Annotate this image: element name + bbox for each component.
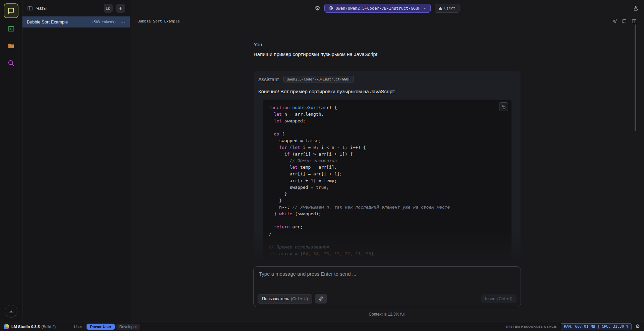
scrollbar-thumb[interactable]: [635, 24, 636, 131]
composer-toolbar: Пользователь (Ctrl + U) Insert (Ctrl + I…: [258, 294, 517, 304]
code-line: arr[i + 1] = temp;: [263, 177, 512, 184]
insert-shortcut: (Ctrl + I): [497, 296, 513, 301]
code-line: let array = [64, 34, 25, 12, 22, 11, 90]…: [263, 251, 512, 257]
search-icon: [7, 59, 15, 67]
paperclip-icon: [319, 296, 324, 301]
assistant-message: Assistant Qwen2.5-Coder-7B-Instruct-GGUF…: [254, 71, 521, 266]
comment-icon[interactable]: [622, 19, 627, 24]
mode-developer[interactable]: Developer: [116, 324, 140, 330]
insert-label: Insert: [485, 296, 495, 301]
code-line: let swapped;: [263, 118, 512, 124]
app-build: (Build 2): [41, 325, 56, 329]
message-column: You Напиши пример сортировки пузырьком н…: [254, 26, 521, 266]
eject-icon: [439, 7, 442, 10]
terminal-icon: [7, 25, 15, 33]
eject-label: Eject: [444, 6, 455, 10]
code-line: [263, 237, 512, 244]
chat-title: Bubble Sort Example: [138, 19, 180, 23]
panel-right-icon[interactable]: [632, 19, 637, 24]
new-chat-button[interactable]: [116, 4, 125, 13]
settings-gear-icon[interactable]: ⚙: [636, 324, 640, 329]
sidebar-header: Чаты: [22, 0, 130, 16]
message-input[interactable]: [258, 270, 517, 294]
new-folder-button[interactable]: [104, 4, 113, 13]
workspace: Чаты Bubble Sort Example (503 tokens): [0, 0, 644, 322]
left-icon-rail: [0, 0, 22, 322]
code-line: do {: [263, 131, 512, 137]
role-toggle-button[interactable]: Пользователь (Ctrl + U): [258, 294, 312, 304]
flask-icon[interactable]: [633, 5, 639, 11]
rail-item-my-models[interactable]: [5, 40, 17, 52]
code-line: if (arr[i] > arr[i + 1]) {: [263, 151, 512, 158]
model-settings-gear-icon[interactable]: ⚙: [315, 5, 320, 11]
rail-item-developer[interactable]: [5, 22, 17, 35]
code-line: } while (swapped);: [263, 211, 512, 217]
context-usage-status: Context is 12.3% full: [130, 307, 644, 322]
copy-icon: [501, 105, 506, 109]
status-bar: LM Studio 0.3.5 (Build 2) User Power Use…: [0, 322, 644, 331]
code-line: swapped = true;: [263, 184, 512, 191]
user-message-text: Напиши пример сортировки пузырьком на Ja…: [254, 51, 521, 57]
code-line: function bubbleSort(arr) {: [263, 104, 512, 111]
top-bar: ⚙ Qwen/Qwen2.5-Coder-7B-Instruct-GGUF Ej…: [130, 0, 644, 16]
copy-code-button[interactable]: [499, 102, 508, 111]
share-icon[interactable]: [612, 19, 617, 24]
resources-label: SYSTEM RESOURCES USAGE:: [506, 325, 558, 328]
plus-icon: [118, 6, 123, 11]
mode-power-user[interactable]: Power User: [87, 324, 114, 330]
code-line: swapped = false;: [263, 137, 512, 144]
sidebar-title: Чаты: [36, 6, 47, 11]
assistant-message-header: Assistant Qwen2.5-Coder-7B-Instruct-GGUF: [258, 76, 516, 82]
attach-file-button[interactable]: [315, 294, 327, 304]
message-composer: Пользователь (Ctrl + U) Insert (Ctrl + I…: [253, 266, 521, 307]
assistant-label: Assistant: [258, 76, 279, 82]
chevron-down-icon: [423, 7, 426, 10]
code-line: arr[i] = arr[i + 1];: [263, 171, 512, 177]
resources-value-badge: RAM: 667.01 MB | CPU: 31.30 %: [561, 323, 631, 330]
code-line: }: [263, 230, 512, 237]
assistant-model-badge: Qwen2.5-Coder-7B-Instruct-GGUF: [283, 76, 354, 82]
code-line: [263, 217, 512, 224]
chat-title-actions: [612, 19, 637, 24]
rail-item-chat[interactable]: [4, 3, 18, 18]
chat-item-token-count: (503 tokens): [92, 20, 116, 24]
new-folder-icon: [106, 6, 111, 11]
download-icon: [8, 308, 14, 314]
role-shortcut: (Ctrl + U): [291, 296, 308, 301]
code-line: [263, 124, 512, 131]
code-line: }: [263, 190, 512, 197]
downloads-button[interactable]: [5, 305, 17, 318]
model-name: Qwen/Qwen2.5-Coder-7B-Instruct-GGUF: [336, 6, 421, 11]
chat-bubble-icon: [7, 7, 15, 14]
code-line: // Пример использования: [263, 244, 512, 251]
model-selector-button[interactable]: Qwen/Qwen2.5-Coder-7B-Instruct-GGUF: [324, 4, 431, 13]
user-message-label: You: [254, 42, 521, 47]
role-label: Пользователь: [262, 296, 289, 301]
chat-title-bar: Bubble Sort Example: [130, 16, 644, 26]
app-version: LM Studio 0.3.5: [11, 325, 40, 329]
messages-scroll-area[interactable]: You Напиши пример сортировки пузырьком н…: [130, 26, 644, 266]
code-line: n--; // Уменьшаем n, так как последний э…: [263, 204, 512, 211]
composer-area: Пользователь (Ctrl + U) Insert (Ctrl + I…: [253, 266, 521, 307]
eject-button[interactable]: Eject: [435, 4, 459, 13]
model-icon: [329, 6, 333, 10]
assistant-intro-text: Конечно! Вот пример сортировки пузырьком…: [258, 89, 516, 94]
folder-icon: [7, 42, 15, 50]
lm-studio-window: Чаты Bubble Sort Example (503 tokens): [0, 0, 644, 331]
code-line: }: [263, 197, 512, 204]
code-line: // Обмен элементов: [263, 157, 512, 164]
insert-button[interactable]: Insert (Ctrl + I): [481, 294, 517, 303]
rail-item-discover[interactable]: [5, 57, 17, 69]
code-line: let temp = arr[i];: [263, 164, 512, 171]
chats-sidebar: Чаты Bubble Sort Example (503 tokens): [22, 0, 130, 322]
code-line: let n = arr.length;: [263, 111, 512, 118]
code-line: return arr;: [263, 224, 512, 230]
lmstudio-logo: [4, 324, 9, 329]
mode-switcher: User Power User Developer: [70, 324, 140, 330]
mode-user[interactable]: User: [70, 324, 85, 330]
chat-item-title: Bubble Sort Example: [27, 19, 68, 24]
main-area: ⚙ Qwen/Qwen2.5-Coder-7B-Instruct-GGUF Ej…: [130, 0, 644, 322]
chat-list-item[interactable]: Bubble Sort Example (503 tokens): [22, 16, 130, 27]
ellipsis-icon[interactable]: [120, 19, 125, 25]
panel-left-icon[interactable]: [27, 5, 33, 11]
